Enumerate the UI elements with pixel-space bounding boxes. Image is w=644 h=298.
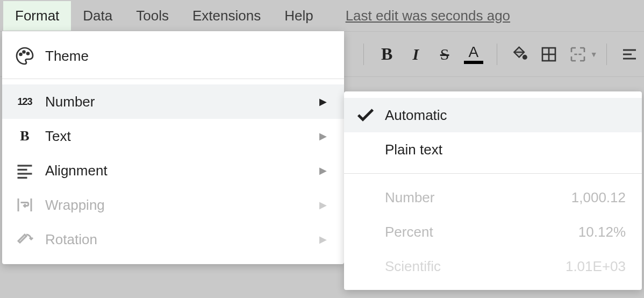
chevron-right-icon: ▶ (319, 130, 327, 142)
format-wrapping[interactable]: Wrapping ▶ (2, 188, 344, 222)
strikethrough-icon: S (440, 45, 449, 63)
format-dropdown: Theme 123 Number ▶ B Text ▶ Alignment ▶ (2, 31, 344, 264)
svg-point-8 (23, 51, 25, 53)
check-placeholder (355, 256, 376, 277)
format-alignment-label: Alignment (45, 162, 319, 179)
dropdown-separator (2, 79, 344, 79)
format-rotation-label: Rotation (45, 231, 319, 248)
svg-point-9 (27, 53, 29, 55)
number-number[interactable]: Number 1,000.12 (344, 180, 642, 215)
alignment-icon (15, 161, 34, 180)
submenu-separator (344, 173, 642, 174)
check-placeholder (355, 221, 376, 243)
bold-icon: B (381, 44, 392, 64)
text-color-icon: A (464, 45, 483, 64)
text-color-button[interactable]: A (463, 42, 484, 66)
merge-icon (569, 46, 586, 63)
align-icon (621, 46, 638, 63)
format-number-label: Number (45, 94, 319, 110)
chevron-right-icon: ▶ (319, 165, 327, 176)
borders-icon (540, 46, 557, 63)
check-placeholder (355, 187, 376, 208)
bold-icon: B (15, 126, 34, 146)
menubar: Format Data Tools Extensions Help Last e… (0, 0, 644, 31)
menu-data[interactable]: Data (71, 1, 124, 31)
number-123-icon: 123 (15, 92, 34, 111)
number-scientific[interactable]: Scientific 1.01E+03 (344, 249, 642, 283)
format-text-label: Text (45, 128, 319, 145)
toolbar-separator (497, 44, 497, 65)
italic-icon: I (413, 45, 419, 63)
strikethrough-button[interactable]: S (434, 42, 455, 66)
format-theme-label: Theme (45, 48, 331, 65)
number-number-example: 1,000.12 (571, 189, 626, 206)
toolbar-separator (606, 44, 607, 65)
italic-button[interactable]: I (406, 42, 426, 66)
paint-bucket-icon (511, 46, 528, 63)
number-percent[interactable]: Percent 10.12% (344, 215, 642, 249)
wrapping-icon (15, 195, 34, 215)
format-rotation[interactable]: Rotation ▶ (2, 222, 344, 257)
bold-button[interactable]: B (377, 42, 397, 66)
format-alignment[interactable]: Alignment ▶ (2, 153, 344, 188)
horizontal-align-button[interactable] (619, 42, 640, 66)
format-theme[interactable]: Theme (2, 39, 344, 73)
menu-format[interactable]: Format (3, 1, 71, 31)
format-number[interactable]: 123 Number ▶ (2, 84, 344, 119)
format-wrapping-label: Wrapping (45, 197, 319, 214)
number-automatic[interactable]: Automatic (344, 98, 642, 132)
number-number-label: Number (385, 189, 571, 206)
number-submenu: Automatic Plain text Number 1,000.12 Per… (344, 91, 642, 290)
chevron-right-icon: ▶ (319, 199, 327, 211)
svg-point-7 (20, 53, 22, 55)
number-percent-example: 10.12% (578, 224, 626, 240)
svg-point-0 (523, 55, 527, 59)
format-text[interactable]: B Text ▶ (2, 119, 344, 153)
borders-button[interactable] (539, 42, 559, 66)
toolbar-separator (363, 44, 364, 65)
palette-icon (15, 46, 34, 66)
chevron-right-icon: ▶ (319, 96, 327, 108)
check-icon (355, 104, 376, 126)
number-plain-text-label: Plain text (385, 141, 626, 158)
merge-cells-button[interactable] (568, 42, 588, 66)
number-plain-text[interactable]: Plain text (344, 132, 642, 167)
chevron-down-icon: ▼ (590, 50, 598, 59)
last-edit-link[interactable]: Last edit was seconds ago (346, 8, 510, 24)
menu-help[interactable]: Help (273, 1, 325, 31)
number-scientific-label: Scientific (385, 258, 566, 275)
number-scientific-example: 1.01E+03 (566, 258, 626, 275)
chevron-right-icon: ▶ (319, 233, 327, 245)
number-automatic-label: Automatic (385, 107, 626, 124)
rotation-icon (15, 230, 34, 249)
menu-tools[interactable]: Tools (124, 1, 181, 31)
check-placeholder (355, 139, 376, 160)
number-percent-label: Percent (385, 224, 578, 240)
fill-color-button[interactable] (510, 42, 531, 66)
menu-extensions[interactable]: Extensions (181, 1, 273, 31)
